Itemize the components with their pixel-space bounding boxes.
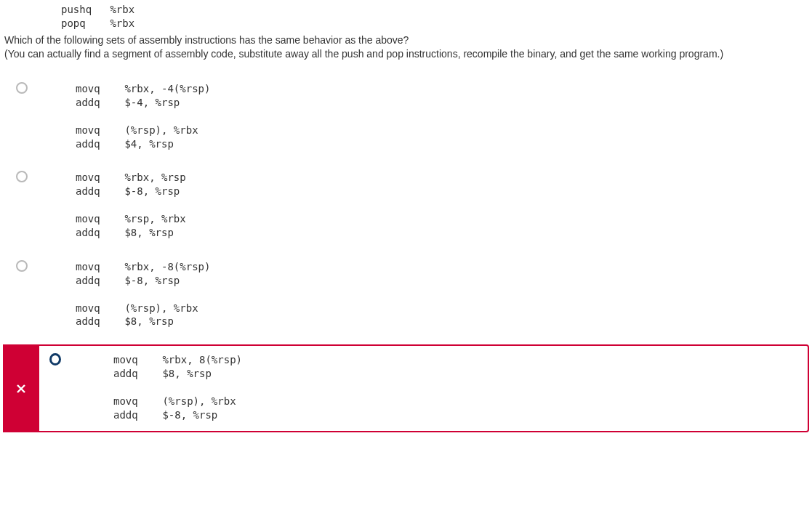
- x-icon: [15, 383, 27, 395]
- option-1-body: movq %rbx, -4(%rsp) addq $-4, %rsp movq …: [32, 82, 809, 150]
- option-3-body: movq %rbx, -8(%rsp) addq $-8, %rsp movq …: [32, 260, 809, 328]
- option-4-code: movq %rbx, 8(%rsp) addq $8, %rsp movq (%…: [113, 353, 808, 421]
- options-list: movq %rbx, -4(%rsp) addq $-4, %rsp movq …: [3, 75, 809, 435]
- option-2-body: movq %rbx, %rsp addq $-8, %rsp movq %rsp…: [32, 171, 809, 239]
- option-1-code: movq %rbx, -4(%rsp) addq $-4, %rsp movq …: [76, 82, 809, 150]
- question-line-2: (You can actually find a segment of asse…: [4, 48, 723, 60]
- radio-unselected-icon[interactable]: [16, 82, 28, 94]
- question-line-1: Which of the following sets of assembly …: [4, 34, 409, 46]
- option-3-code: movq %rbx, -8(%rsp) addq $-8, %rsp movq …: [76, 260, 809, 328]
- radio-unselected-icon[interactable]: [16, 260, 28, 272]
- option-3-radio-col: [3, 260, 32, 272]
- radio-unselected-icon[interactable]: [16, 171, 28, 182]
- incorrect-indicator-bar: [3, 344, 39, 432]
- option-1-radio-col: [3, 82, 32, 94]
- option-2-radio-col: [3, 171, 32, 182]
- radio-selected-icon[interactable]: [49, 353, 61, 365]
- option-1[interactable]: movq %rbx, -4(%rsp) addq $-4, %rsp movq …: [3, 78, 809, 161]
- option-4-body: movq %rbx, 8(%rsp) addq $8, %rsp movq (%…: [64, 353, 808, 421]
- option-4[interactable]: movq %rbx, 8(%rsp) addq $8, %rsp movq (%…: [3, 344, 809, 432]
- question-text: Which of the following sets of assembly …: [4, 33, 809, 62]
- option-3[interactable]: movq %rbx, -8(%rsp) addq $-8, %rsp movq …: [3, 256, 809, 339]
- question-code-block: pushq %rbx popq %rbx: [61, 3, 809, 31]
- option-2-code: movq %rbx, %rsp addq $-8, %rsp movq %rsp…: [76, 171, 809, 239]
- option-2[interactable]: movq %rbx, %rsp addq $-8, %rsp movq %rsp…: [3, 166, 809, 249]
